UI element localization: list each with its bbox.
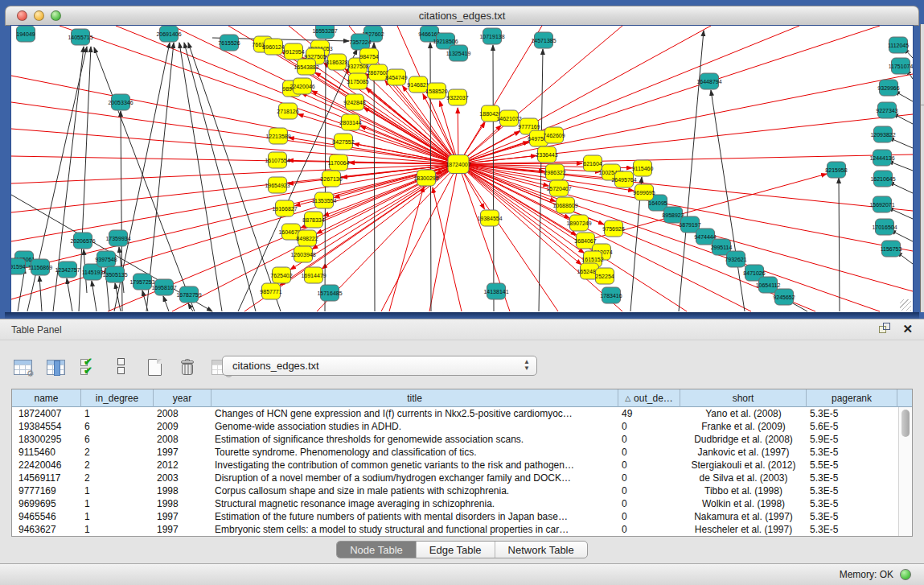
graph-node[interactable]: 17016504 [872, 219, 897, 235]
table-cell[interactable]: 6 [81, 420, 154, 433]
column-header-out_de[interactable]: △out_de… [618, 389, 680, 407]
table-cell[interactable]: 18724007 [12, 407, 81, 420]
table-cell[interactable]: 49 [618, 407, 680, 420]
table-cell[interactable]: Hescheler et al. (1997) [680, 523, 807, 536]
table-cell[interactable]: 22420046 [12, 459, 81, 472]
graph-edge[interactable] [679, 31, 704, 311]
row-height-button[interactable] [110, 356, 133, 378]
graph-node[interactable]: 7625402 [270, 267, 292, 283]
graph-node[interactable]: 9397548 [95, 251, 117, 267]
graph-edge[interactable] [458, 164, 880, 311]
table-cell[interactable]: 0 [618, 459, 680, 472]
graph-node[interactable]: 1783416 [600, 287, 622, 303]
graph-node[interactable]: 15716485 [317, 285, 342, 301]
table-cell[interactable]: de Silva et al. (2003) [680, 472, 807, 484]
graph-node[interactable]: 9242848 [343, 94, 365, 110]
table-cell[interactable]: 1998 [154, 497, 211, 510]
graph-node[interactable]: 20053346 [108, 94, 133, 110]
table-cell[interactable]: 6 [81, 433, 154, 446]
graph-node[interactable]: 18300295 [413, 170, 438, 186]
table-cell[interactable]: Investigating the contribution of common… [211, 459, 618, 472]
graph-node[interactable]: 8186328 [326, 54, 347, 70]
graph-node[interactable]: 2803144 [339, 114, 361, 130]
graph-node[interactable]: 16782759 [176, 286, 201, 303]
tab-network-table[interactable]: Network Table [495, 542, 587, 558]
table-cell[interactable]: 18300295 [12, 433, 81, 446]
graph-edge[interactable] [184, 43, 256, 311]
graph-node[interactable]: 9756928 [602, 220, 624, 237]
table-cell[interactable]: Embryonic stem cells: a model to study s… [211, 523, 618, 536]
table-cell[interactable]: Nakamura et al. (1997) [680, 510, 807, 523]
graph-node[interactable]: 12444136 [869, 150, 894, 166]
graph-node[interactable]: 11353554 [312, 192, 337, 208]
table-cell[interactable]: 5.3E-5 [807, 484, 897, 497]
column-header-in_degree[interactable]: in_degree [81, 389, 154, 407]
table-cell[interactable]: 1 [81, 484, 154, 497]
table-mode-button[interactable]: ⚙ [11, 356, 34, 378]
graph-node[interactable]: 252254 [595, 268, 614, 284]
graph-node[interactable]: 3267130 [320, 171, 342, 187]
graph-node[interactable]: 20691406 [156, 26, 181, 42]
graph-node[interactable]: 1112045 [888, 37, 909, 53]
table-cell[interactable]: 5.6E-5 [807, 420, 897, 433]
table-cell[interactable]: 19384554 [12, 420, 81, 433]
graph-edge[interactable] [458, 26, 880, 164]
graph-node[interactable]: 8878334 [302, 212, 324, 228]
graph-node[interactable]: 2336443 [536, 146, 557, 163]
graph-edge[interactable] [493, 45, 494, 311]
graph-node[interactable]: 19384554 [477, 210, 502, 226]
float-window-icon[interactable] [879, 323, 891, 335]
graph-node[interactable]: 194049 [16, 26, 35, 42]
table-cell[interactable]: 0 [618, 523, 680, 536]
graph-node[interactable]: 20206576 [70, 233, 95, 249]
graph-node[interactable]: 1156753 [881, 241, 902, 257]
graph-node[interactable]: 16107554 [265, 152, 290, 168]
graph-node[interactable]: 10719138 [479, 28, 504, 44]
graph-node[interactable]: 7357224 [349, 34, 371, 50]
graph-node[interactable]: 7462609 [543, 127, 565, 143]
graph-node[interactable]: 9227343 [876, 102, 897, 118]
table-cell[interactable]: 1 [81, 407, 154, 420]
table-row[interactable]: 946554611997Estimation of the future num… [12, 510, 898, 523]
graph-node[interactable]: 11751074 [889, 58, 913, 74]
tab-edge-table[interactable]: Edge Table [417, 542, 495, 558]
table-cell[interactable]: 0 [618, 420, 680, 433]
table-cell[interactable]: 5.3E-5 [807, 472, 897, 484]
table-cell[interactable]: Genome-wide association studies in ADHD. [211, 420, 618, 433]
table-cell[interactable]: 1 [81, 510, 154, 523]
table-cell[interactable]: Corpus callosum shape and size in male p… [211, 484, 618, 497]
graph-node[interactable]: 9912954 [282, 43, 304, 60]
graph-node[interactable]: 1588520 [425, 83, 447, 99]
graph-edge[interactable] [374, 43, 375, 311]
graph-node[interactable]: 8498222 [296, 230, 318, 246]
table-cell[interactable]: 9465546 [12, 510, 81, 523]
table-row[interactable]: 2242004622012Investigating the contribut… [12, 459, 898, 472]
graph-node[interactable]: 12342757 [55, 262, 80, 278]
graph-node[interactable]: 18907249 [566, 215, 591, 231]
graph-node[interactable]: 9329966 [877, 80, 899, 96]
close-icon[interactable]: ✕ [902, 323, 913, 335]
table-cell[interactable]: 5.3E-5 [807, 407, 897, 420]
table-row[interactable]: 1456911722003Disruption of a novel membe… [12, 472, 898, 484]
table-cell[interactable]: 2009 [154, 420, 211, 433]
table-cell[interactable]: 1997 [154, 510, 211, 523]
table-cell[interactable]: Stergiakouli et al. (2012) [680, 459, 807, 472]
graph-edge[interactable] [92, 281, 97, 311]
table-row[interactable]: 1938455462009Genome-wide association stu… [12, 420, 898, 433]
graph-node[interactable]: 19654923 [265, 177, 290, 193]
table-cell[interactable]: 5.3E-5 [807, 446, 897, 459]
table-cell[interactable]: 2 [81, 459, 154, 472]
table-cell[interactable]: Changes of HCN gene expression and I(f) … [211, 407, 618, 420]
graph-node[interactable]: 9322037 [446, 89, 468, 105]
graph-edge[interactable] [458, 26, 799, 164]
table-cell[interactable]: 1 [81, 497, 154, 510]
table-row[interactable]: 1830029562008Estimation of significance … [12, 433, 898, 446]
show-columns-button[interactable] [44, 356, 67, 378]
delete-column-button[interactable] [176, 356, 199, 378]
table-cell[interactable]: Disruption of a novel member of a sodium… [211, 472, 618, 484]
graph-edge[interactable] [429, 164, 458, 311]
graph-node[interactable]: 16210645 [870, 171, 895, 187]
column-header-year[interactable]: year [154, 389, 211, 407]
graph-edge[interactable] [67, 278, 72, 311]
graph-node[interactable]: 9115460 [632, 160, 654, 176]
